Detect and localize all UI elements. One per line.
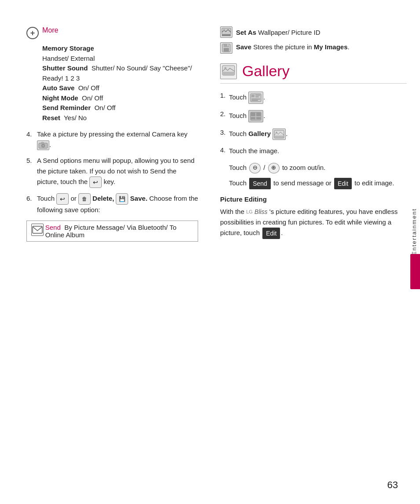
send-option-label: Send bbox=[45, 224, 61, 231]
gallery-item4-text: Touch the image. bbox=[229, 146, 279, 156]
svg-rect-13 bbox=[222, 72, 235, 75]
svg-point-14 bbox=[225, 67, 227, 69]
item6-text: Touch ↩ or 🗑 Delete, 💾 Save. Choose from… bbox=[37, 193, 198, 215]
svg-rect-11 bbox=[227, 44, 228, 46]
memory-storage-label: Memory Storage bbox=[42, 44, 94, 52]
right-column: Set As Wallpaper/ Picture ID Save Stores… bbox=[211, 26, 407, 491]
night-mode-line: Night Mode On/ Off bbox=[42, 93, 198, 103]
svg-rect-22 bbox=[251, 113, 255, 116]
memory-storage-value: Handset/ External bbox=[42, 54, 198, 64]
send-option-text: Send By Picture Message/ Via Bluetooth/ … bbox=[45, 224, 193, 239]
set-as-label: Set As Wallpaper/ Picture ID bbox=[236, 29, 320, 36]
svg-rect-20 bbox=[251, 100, 258, 101]
back-arrow-icon: ↩ bbox=[89, 177, 102, 188]
svg-point-6 bbox=[223, 29, 225, 31]
camera-key-icon bbox=[37, 140, 49, 150]
send-envelope-icon bbox=[31, 224, 44, 236]
send-reminder-value: On/ Off bbox=[92, 104, 115, 111]
zoom-sub-item: Touch ⊖ / ⊕ to zoom out/in. bbox=[229, 162, 407, 173]
item5-text: A Send options menu will popup, allowing… bbox=[37, 155, 198, 188]
sidebar-label: Entertainment bbox=[411, 208, 417, 255]
sidebar-bar bbox=[410, 254, 420, 289]
bliss-brand: Bliss bbox=[254, 208, 268, 215]
page-number: 63 bbox=[387, 479, 398, 491]
send-option-block: Send By Picture Message/ Via Bluetooth/ … bbox=[26, 221, 198, 242]
item6-delete-label: Delete, bbox=[92, 195, 114, 202]
svg-rect-27 bbox=[275, 136, 284, 138]
zoom-in-icon: ⊕ bbox=[268, 163, 280, 173]
save-row: Save Stores the picture in My Images. bbox=[220, 42, 407, 54]
send-reminder-label: Send Reminder bbox=[42, 104, 91, 111]
page-container: + More Memory Storage Handset/ External … bbox=[0, 0, 420, 504]
more-section: + More bbox=[26, 26, 198, 39]
more-content-block: Memory Storage Handset/ External Shutter… bbox=[42, 44, 198, 123]
svg-rect-10 bbox=[224, 48, 229, 52]
night-mode-label: Night Mode bbox=[42, 94, 78, 102]
night-mode-value: On/ Off bbox=[80, 94, 103, 102]
item6-back-icon: ↩ bbox=[56, 193, 69, 205]
svg-point-28 bbox=[276, 132, 277, 133]
svg-rect-16 bbox=[251, 95, 254, 97]
item6-num: 6. bbox=[26, 193, 37, 215]
svg-rect-17 bbox=[255, 95, 260, 96]
reset-line: Reset Yes/ No bbox=[42, 113, 198, 123]
set-as-icon bbox=[220, 26, 232, 38]
memory-storage-line: Memory Storage bbox=[42, 44, 198, 54]
auto-save-label: Auto Save bbox=[42, 84, 74, 92]
gallery-item3-bold: Gallery bbox=[248, 130, 271, 137]
picture-editing-section: Picture Editing With the LG Bliss 's pic… bbox=[220, 195, 407, 239]
gallery-item-1: 1. Touch . bbox=[220, 92, 407, 104]
svg-point-2 bbox=[42, 145, 44, 147]
auto-save-value: On/ Off bbox=[77, 84, 99, 92]
gallery-item3-text: Touch Gallery . bbox=[229, 129, 287, 140]
svg-rect-25 bbox=[256, 117, 261, 119]
svg-rect-7 bbox=[222, 34, 231, 36]
zoom-out-icon: ⊖ bbox=[249, 163, 261, 173]
left-column: + More Memory Storage Handset/ External … bbox=[26, 26, 198, 491]
svg-rect-18 bbox=[255, 96, 259, 97]
picture-editing-title: Picture Editing bbox=[220, 195, 407, 203]
picture-editing-text: With the LG Bliss 's picture editing fea… bbox=[220, 206, 407, 239]
send-button-label: Send bbox=[249, 178, 271, 189]
svg-rect-19 bbox=[251, 99, 260, 99]
picture-edit-button: Edit bbox=[262, 228, 280, 239]
item5-num: 5. bbox=[26, 155, 37, 188]
touch-icon-1 bbox=[248, 92, 263, 104]
gallery-icon-box bbox=[220, 63, 237, 79]
reset-label: Reset bbox=[42, 114, 60, 121]
gallery-item-2: 2. Touch . bbox=[220, 110, 407, 122]
touch-icon-2 bbox=[248, 110, 263, 122]
save-text: Save Stores the picture in My Images. bbox=[236, 42, 350, 52]
item4-text: Take a picture by pressing the external … bbox=[37, 129, 198, 150]
more-label: More bbox=[42, 26, 58, 34]
my-images-label: My Images bbox=[314, 43, 348, 51]
gallery-title: Gallery bbox=[242, 63, 290, 80]
shutter-sound-line: Shutter Sound Shutter/ No Sound/ Say "Ch… bbox=[42, 63, 198, 83]
svg-rect-23 bbox=[256, 113, 261, 116]
gallery-item1-text: Touch . bbox=[229, 92, 265, 104]
svg-rect-4 bbox=[33, 226, 42, 233]
save-icon-box bbox=[220, 42, 232, 54]
gallery-item3-num: 3. bbox=[220, 129, 229, 136]
edit-button-label: Edit bbox=[334, 178, 352, 189]
item6-save-icon: 💾 bbox=[116, 193, 128, 205]
reset-value: Yes/ No bbox=[62, 114, 87, 121]
sidebar-tab: Entertainment bbox=[408, 208, 420, 296]
item4-num: 4. bbox=[26, 129, 37, 150]
gallery-item-4: 4. Touch the image. bbox=[220, 146, 407, 156]
main-content: + More Memory Storage Handset/ External … bbox=[0, 0, 420, 504]
gallery-heading: Gallery bbox=[220, 63, 407, 84]
svg-rect-24 bbox=[251, 117, 255, 119]
send-edit-sub-item: Touch Send to send message or Edit to ed… bbox=[229, 178, 407, 189]
gallery-item2-text: Touch . bbox=[229, 110, 265, 122]
svg-rect-3 bbox=[41, 142, 44, 143]
set-as-row: Set As Wallpaper/ Picture ID bbox=[220, 26, 407, 38]
left-item-6: 6. Touch ↩ or 🗑 Delete, 💾 Save. Choose f… bbox=[26, 193, 198, 215]
gallery-item4-num: 4. bbox=[220, 146, 229, 154]
touch-gallery-icon bbox=[273, 129, 286, 140]
item6-or: or bbox=[70, 195, 78, 202]
gallery-item-3: 3. Touch Gallery . bbox=[220, 129, 407, 140]
left-item-5: 5. A Send options menu will popup, allow… bbox=[26, 155, 198, 188]
send-reminder-line: Send Reminder On/ Off bbox=[42, 103, 198, 113]
lg-text: LG bbox=[246, 209, 253, 214]
